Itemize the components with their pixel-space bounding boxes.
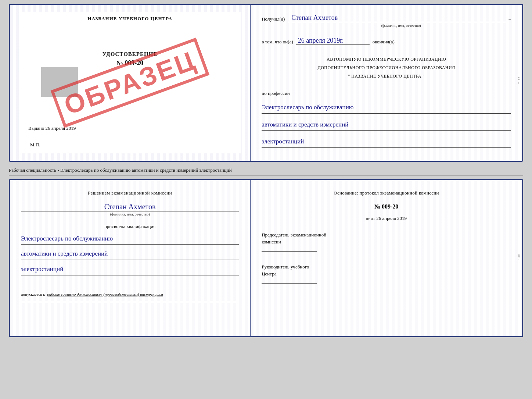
block-line3: " НАЗВАНИЕ УЧЕБНОГО ЦЕНТРА " [262, 73, 511, 79]
dopuskaetsya-label: допускается к [21, 292, 45, 296]
cert-bottom-left: Решением экзаменационной комиссии Степан… [10, 180, 251, 336]
rukovoditel-text: Руководитель учебного Центра [262, 263, 511, 284]
vydano-line: Выдано 26 апреля 2019 [28, 125, 76, 131]
bottom-number: № 009-20 [262, 203, 511, 210]
profession1: Электрослесарь по обслуживанию [262, 102, 511, 114]
predsedatel-sig-line [262, 251, 317, 252]
cert-top-left: НАЗВАНИЕ УЧЕБНОГО ЦЕНТРА УДОСТОВЕРЕНИЕ №… [10, 5, 251, 161]
dopuskaetsya-text: работе согласно должностным (производств… [47, 292, 163, 296]
right-border-strip-top: и а ← – – [515, 5, 522, 161]
osnovanie-text: Основание: протокол экзаменационной коми… [262, 189, 511, 197]
school-name-top: НАЗВАНИЕ УЧЕБНОГО ЦЕНТРА [87, 16, 172, 22]
komissia-text: Решением экзаменационной комиссии [21, 189, 239, 197]
cert-top: НАЗВАНИЕ УЧЕБНОГО ЦЕНТРА УДОСТОВЕРЕНИЕ №… [9, 4, 523, 162]
middle-text: Рабочая специальность - Электрослесарь п… [9, 165, 523, 175]
predsedatel-line1: Председатель экзаменационной [262, 231, 511, 239]
cert-number: № 009-20 [116, 59, 144, 67]
cert-date: 26 апреля 2019г. [296, 37, 370, 45]
block-line2: ДОПОЛНИТЕЛЬНОГО ПРОФЕССИОНАЛЬНОГО ОБРАЗО… [262, 64, 511, 71]
cert-top-right: Получил(а) Степан Ахметов – (фамилия, им… [251, 5, 522, 161]
qual2: автоматики и средств измерений [21, 248, 239, 260]
mp-label: М.П. [30, 142, 40, 148]
rukovoditel-line2: Центра [262, 270, 511, 278]
cert-bottom: Решением экзаменационной комиссии Степан… [9, 179, 523, 337]
photo-placeholder [41, 67, 78, 97]
rukovoditel-sig-line [262, 283, 317, 284]
bottom-sig-line-left [21, 302, 239, 302]
prisvoena: присвоена квалификация [21, 224, 239, 229]
fio-label-top: (фамилия, имя, отчество) [291, 24, 511, 28]
qual3: электростанций [21, 264, 239, 275]
bottom-fio-label: (фамилия, имя, отчество) [21, 211, 239, 216]
qual1: Электрослесарь по обслуживанию [21, 233, 239, 245]
cert-bottom-right: Основание: протокол экзаменационной коми… [251, 180, 522, 336]
rukovoditel-line1: Руководитель учебного [262, 263, 511, 271]
block-line1: АВТОНОМНУЮ НЕКОММЕРЧЕСКУЮ ОРГАНИЗАЦИЮ [262, 56, 511, 63]
ot-date: от от 26 апреля 2019 [262, 215, 511, 221]
document-container: НАЗВАНИЕ УЧЕБНОГО ЦЕНТРА УДОСТОВЕРЕНИЕ №… [9, 4, 523, 337]
ot-date-value: от 26 апреля 2019 [371, 215, 407, 221]
poluchil-label: Получил(а) [262, 16, 285, 22]
predsedatel-line2: комиссии [262, 238, 511, 246]
okonchil-label: окончил(а) [373, 39, 395, 45]
po-professii: по профессии [262, 90, 511, 96]
udostoverenie-label: УДОСТОВЕРЕНИЕ [103, 51, 158, 57]
predsedatel-text: Председатель экзаменационной комиссии [262, 231, 511, 252]
v-tom-chto: в том, что он(а) [262, 39, 293, 45]
profession3: электростанций [262, 136, 511, 148]
profession2: автоматики и средств измерений [262, 119, 511, 131]
bottom-name: Степан Ахметов [21, 203, 239, 211]
right-border-strip-bottom: – – – и а ← – – – – [515, 180, 522, 336]
recipient-name: Степан Ахметов [288, 14, 506, 22]
